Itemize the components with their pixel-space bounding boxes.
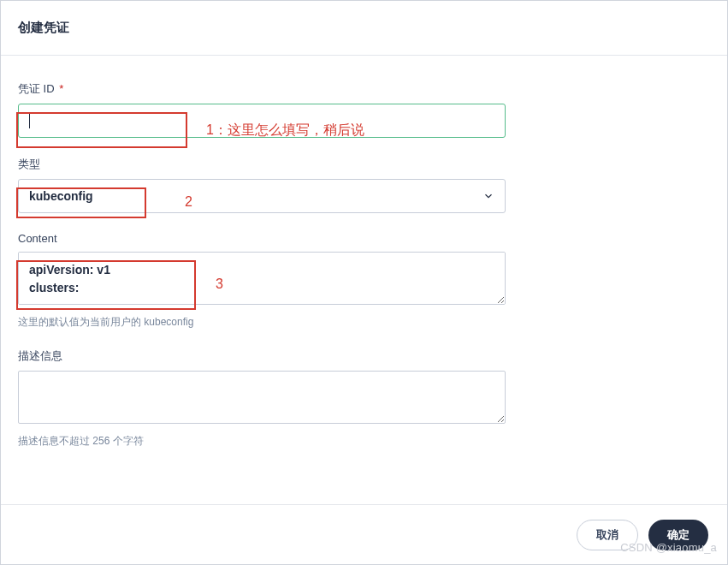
dialog-header: 创建凭证 [1,1,727,56]
label-credential-id: 凭证 ID * [18,81,710,97]
label-type: 类型 [18,157,710,172]
field-credential-id: 凭证 ID * [18,81,710,138]
content-textarea[interactable] [18,252,506,305]
label-description: 描述信息 [18,348,710,364]
chevron-down-icon [482,190,494,202]
field-content: Content 这里的默认值为当前用户的 kubeconfig [18,232,710,330]
content-hint: 这里的默认值为当前用户的 kubeconfig [18,315,710,330]
label-content: Content [18,232,710,245]
field-type: 类型 kubeconfig [18,157,710,213]
cancel-button[interactable]: 取消 [577,520,638,550]
credential-id-input[interactable] [18,104,506,138]
confirm-button[interactable]: 确定 [648,520,708,550]
type-select[interactable]: kubeconfig [18,179,506,213]
required-mark: * [59,82,63,95]
dialog-footer: 取消 确定 [1,504,727,564]
dialog-title: 创建凭证 [18,20,710,36]
form-body: 凭证 ID * 类型 kubeconfig Content 这里的默认值为当前用… [1,56,727,476]
type-select-value: kubeconfig [29,189,93,203]
description-textarea[interactable] [18,371,506,424]
description-hint: 描述信息不超过 256 个字符 [18,434,710,449]
field-description: 描述信息 描述信息不超过 256 个字符 [18,348,710,449]
